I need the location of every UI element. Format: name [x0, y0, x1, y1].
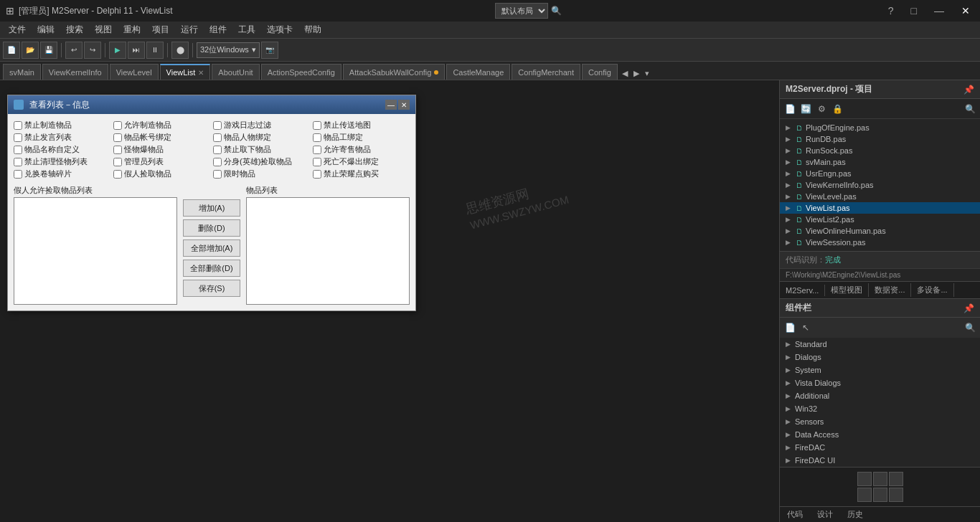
comp-sensors[interactable]: ▶ Sensors [780, 415, 980, 428]
comp-dataaccess[interactable]: ▶ Data Access [780, 428, 980, 441]
tb-debug[interactable]: ⬤ [171, 42, 189, 59]
comp-system[interactable]: ▶ System [780, 364, 980, 376]
comp-standard[interactable]: ▶ Standard [780, 338, 980, 351]
tab-aboutunit[interactable]: AboutUnit [212, 64, 259, 80]
tree-viewsession[interactable]: ▶ 🗋 ViewSession.pas [780, 237, 980, 248]
menu-编辑[interactable]: 编辑 [32, 22, 60, 37]
comp-search[interactable]: 🔍 [963, 321, 977, 335]
close-btn[interactable]: ✕ [957, 4, 974, 18]
delete-btn[interactable]: 删除(D) [183, 219, 240, 237]
panel-tab-m2serv[interactable]: M2Serv... [780, 285, 825, 296]
check-input-16[interactable] [313, 158, 321, 166]
tb-camera[interactable]: 📷 [261, 42, 278, 59]
tree-svmain[interactable]: ▶ 🗋 svMain.pas [780, 156, 980, 168]
restore-btn[interactable]: □ [907, 4, 921, 18]
tab-list-btn[interactable]: ▾ [642, 67, 652, 80]
menu-搜索[interactable]: 搜索 [60, 22, 89, 37]
check-input-4[interactable] [313, 121, 321, 130]
check-input-9[interactable] [14, 146, 22, 154]
tab-viewlevel[interactable]: ViewLevel [110, 64, 159, 80]
tb-step[interactable]: ⏭ [128, 42, 145, 59]
menu-重构[interactable]: 重构 [118, 22, 146, 37]
proj-tb-2[interactable]: 🔄 [798, 102, 813, 116]
check-input-8[interactable] [313, 133, 321, 142]
proj-tb-4[interactable]: 🔒 [830, 102, 844, 116]
tree-runsock[interactable]: ▶ 🗋 RunSock.pas [780, 145, 980, 156]
check-input-2[interactable] [113, 121, 122, 130]
tree-viewlist[interactable]: ▶ 🗋 ViewList.pas [780, 202, 980, 214]
tab-attacksabukwallconfig[interactable]: AttackSabukWallConfig [343, 64, 446, 80]
tb-open[interactable]: 📂 [22, 42, 39, 59]
tab-prev-btn[interactable]: ◀ [619, 67, 631, 80]
comp-additional[interactable]: ▶ Additional [780, 389, 980, 402]
tab-next-btn[interactable]: ▶ [631, 67, 642, 80]
menu-组件[interactable]: 组件 [204, 22, 232, 37]
dialog-close-btn[interactable]: ✕ [398, 100, 410, 110]
tab-svmain[interactable]: svMain [3, 64, 41, 80]
tab-config[interactable]: Config [582, 64, 618, 80]
menu-文件[interactable]: 文件 [3, 22, 32, 37]
check-input-15[interactable] [213, 158, 222, 166]
tree-viewlevel[interactable]: ▶ 🗋 ViewLevel.pas [780, 191, 980, 202]
check-input-7[interactable] [213, 133, 222, 142]
menu-视图[interactable]: 视图 [89, 22, 118, 37]
panel-tab-data[interactable]: 数据资... [869, 283, 911, 297]
menu-帮助[interactable]: 帮助 [298, 22, 327, 37]
check-input-19[interactable] [213, 170, 222, 179]
check-input-5[interactable] [14, 133, 22, 142]
check-input-11[interactable] [213, 146, 222, 154]
comp-dialogs[interactable]: ▶ Dialogs [780, 351, 980, 364]
tree-viewkernelinfo[interactable]: ▶ 🗋 ViewKernelInfo.pas [780, 179, 980, 191]
tb-redo[interactable]: ↪ [84, 42, 101, 59]
check-input-6[interactable] [113, 133, 122, 142]
tree-viewonlinehuman[interactable]: ▶ 🗋 ViewOnlineHuman.pas [780, 225, 980, 237]
tab-configmerchant[interactable]: ConfigMerchant [512, 64, 580, 80]
check-input-12[interactable] [313, 146, 321, 154]
tb-new[interactable]: 📄 [3, 42, 20, 59]
menu-项目[interactable]: 项目 [146, 22, 175, 37]
pin-icon[interactable]: 📌 [963, 85, 974, 95]
code-tab[interactable]: 代码 [780, 508, 810, 521]
tb-run[interactable]: ▶ [109, 42, 126, 59]
layout-dropdown[interactable]: 默认布局 [495, 3, 548, 19]
tb-pause[interactable]: ⏸ [146, 42, 164, 59]
check-input-3[interactable] [213, 121, 222, 130]
add-all-btn[interactable]: 全部增加(A) [183, 239, 240, 257]
menu-选项卡[interactable]: 选项卡 [261, 22, 298, 37]
check-input-17[interactable] [14, 170, 22, 179]
tab-castlemanage[interactable]: CastleManage [446, 64, 510, 80]
left-list[interactable] [14, 197, 177, 305]
proj-tb-1[interactable]: 📄 [783, 102, 797, 116]
tree-viewlist2[interactable]: ▶ 🗋 ViewList2.pas [780, 214, 980, 225]
check-input-10[interactable] [113, 146, 122, 154]
menu-工具[interactable]: 工具 [232, 22, 261, 37]
add-btn[interactable]: 增加(A) [183, 199, 240, 217]
tb-save[interactable]: 💾 [40, 42, 57, 59]
menu-运行[interactable]: 运行 [175, 22, 204, 37]
comp-firedac[interactable]: ▶ FireDAC [780, 441, 980, 454]
history-tab[interactable]: 历史 [840, 508, 870, 521]
check-input-20[interactable] [313, 170, 321, 179]
proj-tb-3[interactable]: ⚙ [814, 102, 829, 116]
delete-all-btn[interactable]: 全部删除(D) [183, 260, 240, 277]
check-input-1[interactable] [14, 121, 22, 130]
check-input-18[interactable] [113, 170, 122, 179]
save-btn[interactable]: 保存(S) [183, 280, 240, 297]
comp-win32[interactable]: ▶ Win32 [780, 402, 980, 415]
platform-dropdown[interactable]: 32位Windows ▾ [197, 42, 260, 58]
help-btn[interactable]: ? [884, 4, 898, 18]
minimize-btn[interactable]: — [930, 4, 948, 18]
proj-search[interactable]: 🔍 [963, 102, 977, 116]
tree-usrengn[interactable]: ▶ 🗋 UsrEngn.pas [780, 168, 980, 179]
tab-close-icon[interactable]: ✕ [198, 69, 204, 77]
comp-vistadialogs[interactable]: ▶ Vista Dialogs [780, 376, 980, 389]
tree-rundb[interactable]: ▶ 🗋 RunDB.pas [780, 133, 980, 145]
tab-viewkernelinfo[interactable]: ViewKernelInfo [42, 64, 108, 80]
tb-undo[interactable]: ↩ [65, 42, 83, 59]
comp-tb-cursor[interactable]: ↖ [798, 321, 813, 335]
right-list[interactable] [246, 197, 410, 305]
comp-tb-file[interactable]: 📄 [783, 321, 797, 335]
dialog-min-btn[interactable]: — [385, 100, 397, 110]
check-input-13[interactable] [14, 158, 22, 166]
check-input-14[interactable] [113, 158, 122, 166]
